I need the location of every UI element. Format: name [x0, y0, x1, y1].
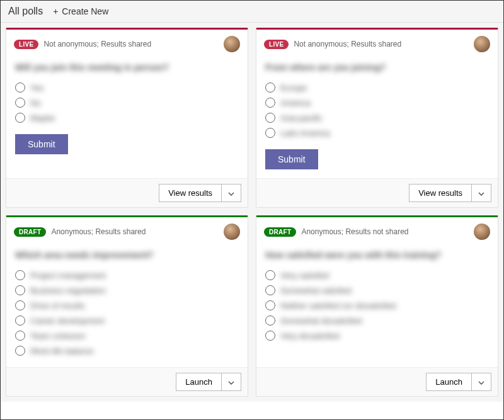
radio-icon [265, 113, 275, 123]
submit-button[interactable]: Submit [15, 134, 68, 154]
poll-question: Will you join this meeting in person? [15, 62, 239, 72]
poll-option[interactable]: Very dissatisfied [265, 328, 489, 343]
create-new-button[interactable]: + Create New [53, 6, 108, 16]
view_results-split-button: View results [159, 184, 241, 202]
poll-option[interactable]: Somewhat satisfied [265, 283, 489, 298]
chevron-down-icon[interactable] [472, 184, 491, 202]
poll-option[interactable]: Team cohesion [15, 328, 239, 343]
poll-option[interactable]: Yes [15, 80, 239, 95]
view_results-button[interactable]: View results [409, 184, 472, 202]
option-label: Neither satisfied nor dissatisfied [280, 301, 396, 310]
radio-icon [265, 285, 275, 295]
view_results-button[interactable]: View results [159, 184, 222, 202]
avatar [224, 224, 240, 240]
poll-option[interactable]: Maybe [15, 110, 239, 125]
status-badge: LIVE [264, 40, 289, 49]
poll-option[interactable]: Latin America [265, 125, 489, 140]
view_results-split-button: View results [409, 184, 491, 202]
launch-split-button: Launch [176, 373, 241, 391]
poll-meta: Anonymous; Results not shared [301, 227, 469, 236]
polls-grid: LIVENot anonymous; Results sharedWill yo… [1, 23, 503, 402]
card-header: DRAFTAnonymous; Results not shared [256, 217, 498, 244]
card-body: Which area needs improvement?Project man… [6, 244, 248, 367]
status-badge: DRAFT [264, 227, 296, 237]
chevron-down-icon[interactable] [472, 373, 491, 391]
radio-icon [15, 113, 25, 123]
option-label: Project management [30, 271, 106, 280]
poll-option[interactable]: Career development [15, 313, 239, 328]
poll-option[interactable]: Neither satisfied nor dissatisfied [265, 298, 489, 313]
radio-icon [15, 270, 25, 280]
radio-icon [265, 98, 275, 108]
launch-button[interactable]: Launch [426, 373, 472, 391]
option-label: Very satisfied [280, 271, 329, 280]
poll-card: DRAFTAnonymous; Results sharedWhich area… [6, 215, 248, 397]
launch-button[interactable]: Launch [176, 373, 222, 391]
option-label: Somewhat satisfied [280, 286, 352, 295]
card-body: From where are you joining?EuropeAmerica… [256, 56, 498, 178]
option-label: Yes [30, 83, 43, 93]
avatar [224, 36, 240, 52]
option-label: Maybe [30, 113, 55, 123]
poll-option[interactable]: No [15, 95, 239, 110]
option-label: Europe [280, 83, 307, 93]
card-footer: Launch [256, 367, 498, 396]
poll-option[interactable]: Europe [265, 80, 489, 95]
poll-card: LIVENot anonymous; Results sharedWill yo… [6, 28, 248, 208]
option-label: Very dissatisfied [280, 331, 340, 341]
poll-meta: Not anonymous; Results shared [294, 40, 469, 48]
card-footer: View results [256, 178, 498, 207]
radio-icon [265, 300, 275, 310]
option-label: Team cohesion [30, 331, 85, 341]
card-footer: View results [6, 178, 248, 207]
card-body: Will you join this meeting in person?Yes… [6, 56, 248, 178]
poll-question: From where are you joining? [265, 62, 489, 72]
poll-option[interactable]: Project management [15, 268, 239, 283]
card-header: LIVENot anonymous; Results shared [6, 30, 248, 56]
page-title: All polls [8, 6, 43, 17]
chevron-down-icon[interactable] [222, 373, 241, 391]
avatar [474, 36, 490, 52]
radio-icon [15, 82, 25, 93]
poll-meta: Not anonymous; Results shared [43, 40, 219, 48]
radio-icon [265, 331, 275, 341]
create-new-label: Create New [62, 6, 108, 16]
poll-option[interactable]: Asia-pacific [265, 110, 489, 125]
status-badge: LIVE [14, 40, 38, 49]
poll-meta: Anonymous; Results shared [51, 227, 219, 236]
card-header: DRAFTAnonymous; Results shared [6, 217, 248, 244]
card-footer: Launch [6, 367, 248, 396]
poll-option[interactable]: Business negotiation [15, 283, 239, 298]
radio-icon [15, 315, 25, 326]
poll-option[interactable]: Very satisfied [265, 268, 489, 283]
option-label: Drive of results [30, 301, 85, 310]
card-header: LIVENot anonymous; Results shared [256, 30, 498, 56]
option-label: Latin America [280, 128, 330, 138]
option-label: Business negotiation [30, 286, 106, 295]
option-label: America [280, 98, 311, 108]
poll-option[interactable]: America [265, 95, 489, 110]
avatar [474, 224, 490, 240]
poll-option[interactable]: Somewhat dissatisfied [265, 313, 489, 328]
option-label: Career development [30, 316, 105, 326]
poll-question: How satisfied were you with this trainin… [265, 250, 489, 260]
radio-icon [265, 270, 275, 280]
poll-option[interactable]: Work-life balance [15, 343, 239, 358]
radio-icon [265, 315, 275, 326]
poll-option[interactable]: Drive of results [15, 298, 239, 313]
submit-button[interactable]: Submit [265, 149, 318, 169]
radio-icon [15, 331, 25, 341]
poll-question: Which area needs improvement? [15, 250, 239, 260]
radio-icon [15, 346, 25, 356]
radio-icon [15, 285, 25, 295]
option-label: Asia-pacific [280, 113, 322, 123]
option-label: Somewhat dissatisfied [280, 316, 362, 326]
plus-icon: + [53, 6, 58, 16]
card-body: How satisfied were you with this trainin… [256, 244, 498, 367]
radio-icon [265, 82, 275, 93]
page-header: All polls + Create New [1, 1, 503, 23]
radio-icon [265, 128, 275, 138]
chevron-down-icon[interactable] [222, 184, 241, 202]
radio-icon [15, 98, 25, 108]
status-badge: DRAFT [14, 227, 46, 237]
